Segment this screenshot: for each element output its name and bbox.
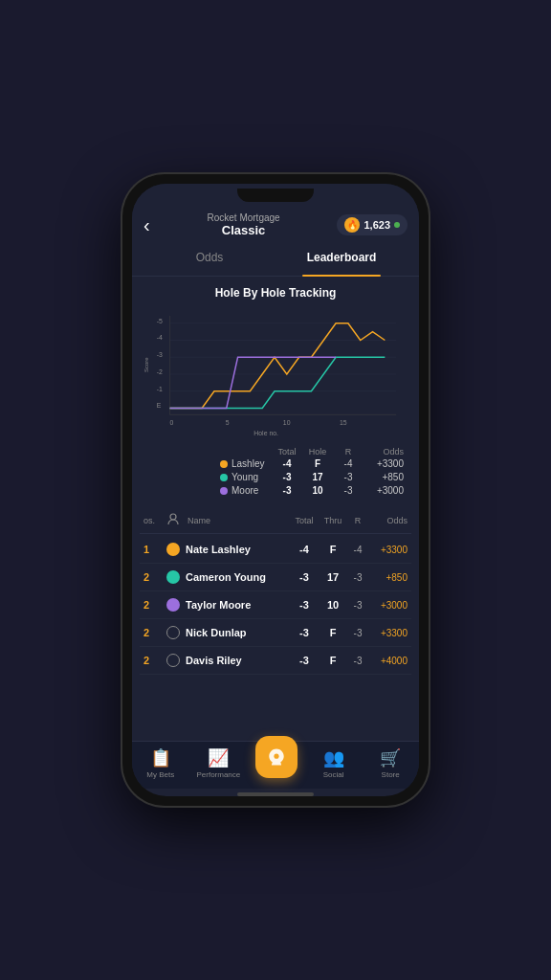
chart-title: Hole By Hole Tracking — [143, 286, 408, 300]
svg-point-20 — [274, 753, 278, 758]
chart-legend: Total Hole R Odds Lashley -4 F -4 +3300 … — [132, 443, 419, 504]
legend-col-total: Total — [274, 447, 300, 457]
store-icon: 🛒 — [380, 747, 401, 768]
moore-hole: 10 — [304, 485, 331, 496]
header-subtitle: Rocket Mortgage — [158, 212, 330, 223]
lb-row-young[interactable]: 2 Cameron Young -3 17 -3 +850 — [140, 564, 411, 591]
moore-total: -3 — [274, 485, 300, 496]
social-label: Social — [323, 770, 344, 779]
lb-total-header: Total — [289, 516, 320, 525]
moore-player-thru: 10 — [320, 599, 346, 611]
moore-player-r: -3 — [346, 600, 369, 611]
legend-col-odds: Odds — [365, 447, 404, 457]
nav-my-bets[interactable]: 📋 My Bets — [140, 747, 182, 779]
coin-count: 1,623 — [364, 219, 390, 231]
legend-col-hole: Hole — [304, 447, 331, 457]
lb-pos-young: 2 — [143, 571, 166, 583]
lashley-player-r: -4 — [346, 545, 369, 555]
young-dot — [220, 474, 228, 481]
notch-bar — [132, 184, 419, 207]
store-label: Store — [382, 770, 400, 779]
svg-text:-5: -5 — [157, 318, 163, 324]
lb-pos-1: 1 — [143, 544, 166, 555]
dunlap-player-name: Nick Dunlap — [180, 627, 289, 638]
moore-name: Moore — [231, 485, 270, 496]
young-player-thru: 17 — [320, 571, 346, 583]
tab-odds[interactable]: Odds — [143, 245, 276, 270]
lb-pos-moore: 2 — [143, 599, 166, 611]
svg-text:-2: -2 — [157, 368, 163, 375]
riley-player-odds: +4000 — [369, 656, 408, 666]
nav-performance[interactable]: 📈 Performance — [196, 747, 240, 779]
svg-text:Score: Score — [143, 357, 149, 372]
lb-odds-header: Odds — [369, 516, 408, 525]
legend-col-name — [231, 447, 270, 457]
back-button[interactable]: ‹ — [143, 214, 150, 236]
lashley-dot — [220, 460, 228, 468]
young-r: -3 — [335, 472, 362, 482]
riley-player-total: -3 — [289, 655, 320, 666]
lb-row-dunlap[interactable]: 2 Nick Dunlap -3 F -3 +3300 — [140, 619, 411, 647]
chart-section: Hole By Hole Tracking -5 -4 -3 -2 -1 E — [132, 277, 419, 443]
lb-row-lashley[interactable]: 1 Nate Lashley -4 F -4 +3300 — [140, 536, 411, 564]
lashley-player-total: -4 — [289, 544, 320, 555]
moore-player-dot — [166, 598, 180, 612]
moore-odds: +3000 — [365, 485, 404, 496]
home-center-button[interactable] — [255, 736, 298, 778]
nav-store[interactable]: 🛒 Store — [369, 747, 411, 779]
moore-player-name: Taylor Moore — [180, 599, 289, 611]
svg-text:0: 0 — [170, 419, 174, 426]
lashley-odds: +3300 — [365, 458, 404, 469]
lashley-player-odds: +3300 — [369, 545, 408, 555]
moore-r: -3 — [335, 485, 362, 496]
notch — [237, 189, 314, 202]
young-total: -3 — [274, 472, 300, 482]
coin-icon: 🔥 — [344, 217, 360, 233]
nav-social[interactable]: 👥 Social — [313, 747, 355, 779]
coins-display: 🔥 1,623 — [337, 214, 408, 235]
dunlap-player-dot — [166, 626, 180, 639]
tab-leaderboard[interactable]: Leaderboard — [276, 245, 408, 270]
lb-r-header: R — [346, 516, 369, 525]
svg-text:-4: -4 — [157, 334, 163, 341]
lb-name-header: Name — [184, 516, 289, 525]
svg-point-19 — [170, 514, 176, 520]
home-indicator — [237, 792, 314, 796]
chart-container: -5 -4 -3 -2 -1 E 0 5 10 15 — [143, 305, 408, 439]
header: ‹ Rocket Mortgage Classic 🔥 1,623 — [132, 207, 419, 245]
young-name: Young — [231, 472, 270, 482]
my-bets-icon: 📋 — [150, 747, 171, 768]
young-player-total: -3 — [289, 571, 320, 583]
online-dot — [394, 222, 400, 228]
lashley-player-dot — [166, 543, 180, 556]
svg-text:10: 10 — [283, 419, 291, 426]
nav-center-home[interactable] — [255, 749, 298, 778]
young-hole: 17 — [304, 472, 331, 482]
dunlap-player-odds: +3300 — [369, 628, 408, 638]
lashley-total: -4 — [274, 458, 300, 469]
svg-text:15: 15 — [340, 419, 347, 426]
young-player-r: -3 — [346, 572, 369, 583]
svg-text:Hole no.: Hole no. — [253, 430, 278, 436]
my-bets-label: My Bets — [146, 770, 174, 779]
lashley-player-name: Nate Lashley — [180, 544, 289, 555]
moore-player-total: -3 — [289, 599, 320, 611]
social-icon: 👥 — [323, 747, 344, 768]
lb-pos-header: os. — [143, 516, 166, 525]
bottom-nav: 📋 My Bets 📈 Performance 👥 Social — [132, 741, 419, 789]
lb-row-moore[interactable]: 2 Taylor Moore -3 10 -3 +3000 — [140, 591, 411, 619]
lashley-player-thru: F — [320, 544, 346, 555]
chart-svg: -5 -4 -3 -2 -1 E 0 5 10 15 — [143, 305, 408, 439]
tabs: Odds Leaderboard — [132, 245, 419, 277]
performance-icon: 📈 — [208, 747, 229, 768]
svg-text:-1: -1 — [157, 386, 163, 392]
header-main-title: Classic — [158, 223, 330, 237]
dunlap-player-total: -3 — [289, 627, 320, 638]
performance-label: Performance — [196, 770, 240, 779]
lb-thru-header: Thru — [320, 516, 346, 525]
legend-col-r: R — [335, 447, 362, 457]
young-odds: +850 — [365, 472, 404, 482]
young-player-dot — [166, 570, 180, 584]
legend-header: Total Hole R Odds — [143, 447, 408, 457]
lb-row-riley[interactable]: 2 Davis Riley -3 F -3 +4000 — [140, 647, 411, 675]
